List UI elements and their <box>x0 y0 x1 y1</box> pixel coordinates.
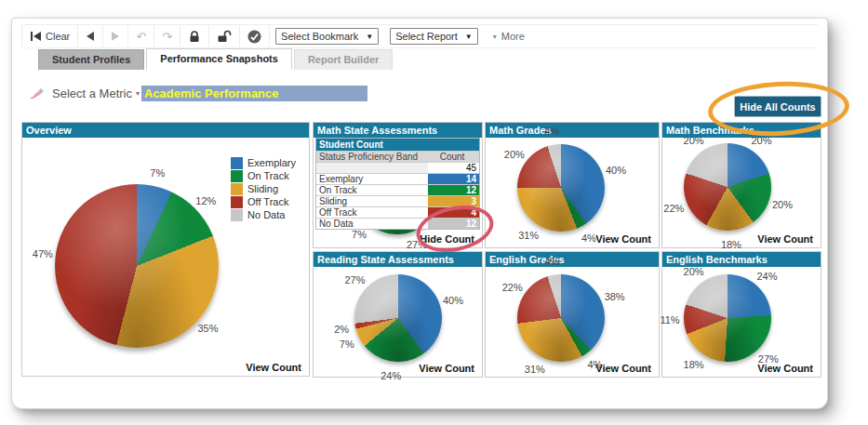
overview-pie-chart[interactable]: 7%12%35%47% <box>55 184 219 348</box>
math-grades-pie-chart[interactable]: 40%4%31%20%4% <box>517 144 605 232</box>
back-button[interactable] <box>78 26 103 46</box>
hide-count-link[interactable]: Hide Count <box>420 233 474 245</box>
legend-swatch <box>231 170 243 182</box>
english-benchmarks-pie-chart[interactable]: 24%27%18%11%20% <box>684 274 771 362</box>
page: Clear ↶ ↷ <box>0 0 868 425</box>
band-cell: Exemplary <box>316 174 428 184</box>
back-icon <box>86 32 95 41</box>
count-cell: 14 <box>428 174 479 184</box>
forward-icon <box>111 32 120 41</box>
pie-percent-label: 20% <box>751 135 771 146</box>
clear-label: Clear <box>46 31 70 42</box>
count-cell: Count <box>428 152 479 162</box>
undo-button[interactable]: ↶ <box>128 26 154 46</box>
table-row: Sliding3 <box>316 195 479 206</box>
skip-back-icon <box>30 32 42 41</box>
more-label: More <box>501 31 525 42</box>
view-count-link[interactable]: View Count <box>246 362 301 373</box>
panel-title: Math State Assessments <box>314 123 482 138</box>
redo-icon: ↷ <box>162 31 172 43</box>
pie-percent-label: 2% <box>334 324 349 335</box>
chevron-down-icon: ▾ <box>493 33 497 41</box>
panel-reading-state-assessments: Reading State Assessments 40%24%7%2%27% … <box>313 251 483 378</box>
pie-percent-label: 4% <box>544 126 559 137</box>
pie-percent-label: 7% <box>340 339 354 350</box>
bookmark-dropdown-label: Select Bookmark <box>281 31 358 42</box>
metric-label: Select a Metric <box>52 86 132 100</box>
panel-overview: Overview ExemplaryOn TrackSlidingOff Tra… <box>21 122 310 377</box>
hide-all-counts-button[interactable]: Hide All Counts <box>734 96 821 117</box>
lock-button[interactable] <box>180 26 209 46</box>
pie-percent-label: 4% <box>544 256 559 267</box>
legend-swatch <box>231 157 243 169</box>
table-row: On Track12 <box>316 184 479 195</box>
table-row: Exemplary14 <box>316 173 479 184</box>
pie-percent-label: 35% <box>197 323 218 334</box>
legend-label: Off Track <box>247 196 288 207</box>
pie-percent-label: 31% <box>518 230 539 241</box>
lock-icon <box>188 30 201 43</box>
pie-percent-label: 18% <box>684 359 704 370</box>
select-report-dropdown[interactable]: Select Report ▼ <box>390 28 478 45</box>
math-benchmarks-pie-chart[interactable]: 20%20%18%22%20% <box>684 143 771 231</box>
toolbar: Clear ↶ ↷ <box>21 24 818 48</box>
legend-swatch <box>231 183 243 195</box>
pie-percent-label: 24% <box>756 271 777 282</box>
student-count-title: Student Count <box>316 139 479 151</box>
legend-item: On Track <box>231 169 296 182</box>
pie-percent-label: 11% <box>660 314 679 325</box>
panel-title: English Grades <box>486 252 659 267</box>
clear-button[interactable]: Clear <box>21 26 78 46</box>
pie-legend: ExemplaryOn TrackSlidingOff TrackNo Data <box>231 156 296 221</box>
undo-icon: ↶ <box>136 31 146 43</box>
metric-value[interactable]: Academic Performance <box>141 86 367 101</box>
reading-state-pie-chart[interactable]: 40%24%7%2%27% <box>354 274 442 362</box>
legend-item: No Data <box>231 208 296 221</box>
apply-button[interactable] <box>240 26 270 46</box>
view-count-link[interactable]: View Count <box>757 363 813 374</box>
pie-percent-label: 31% <box>525 364 545 375</box>
view-count-link[interactable]: View Count <box>595 363 651 374</box>
english-grades-pie-chart[interactable]: 38%4%31%22%4% <box>517 274 605 362</box>
tab-report-builder[interactable]: Report Builder <box>294 49 393 70</box>
panel-title: Reading State Assessments <box>314 252 482 267</box>
redo-button[interactable]: ↷ <box>154 26 180 46</box>
legend-label: Sliding <box>247 183 278 194</box>
legend-swatch <box>231 196 243 208</box>
pie-percent-label: 22% <box>502 282 523 293</box>
table-header-row: Status Proficiency BandCount <box>316 151 479 162</box>
pie-percent-label: 40% <box>443 295 463 306</box>
table-row: Off Track4 <box>316 206 479 218</box>
pie-percent-label: 24% <box>381 370 401 381</box>
more-menu[interactable]: ▾ More <box>484 31 534 42</box>
check-circle-icon <box>247 30 261 44</box>
unlock-button[interactable] <box>209 26 240 46</box>
pie-percent-label: 20% <box>772 199 793 210</box>
legend-label: No Data <box>247 209 285 220</box>
tab-bar: Student Profiles Performance Snapshots R… <box>38 48 827 70</box>
panel-title: Overview <box>22 123 309 138</box>
chevron-down-icon[interactable]: ▾ <box>136 89 140 98</box>
metric-selector-row: Select a Metric ▾ Academic Performance <box>29 86 367 101</box>
legend-item: Sliding <box>231 182 296 195</box>
panel-math-benchmarks: Math Benchmarks 20%20%18%22%20% View Cou… <box>661 122 821 248</box>
select-bookmark-dropdown[interactable]: Select Bookmark ▼ <box>275 28 379 45</box>
student-count-table: Student Count Status Proficiency BandCou… <box>315 138 480 230</box>
view-count-link[interactable]: View Count <box>595 233 651 245</box>
count-cell: 12 <box>428 219 479 229</box>
pie-percent-label: 18% <box>721 239 741 250</box>
pie-percent-label: 12% <box>195 195 216 206</box>
panel-english-grades: English Grades 38%4%31%22%4% View Count <box>485 251 660 378</box>
pie-percent-label: 20% <box>504 149 525 160</box>
tab-performance-snapshots[interactable]: Performance Snapshots <box>146 48 292 70</box>
panel-english-benchmarks: English Benchmarks 24%27%18%11%20% View … <box>661 251 821 378</box>
pie-percent-label: 27% <box>344 274 365 286</box>
view-count-link[interactable]: View Count <box>419 363 474 374</box>
forward-button[interactable] <box>103 26 128 46</box>
panel-math-state-assessments: Math State Assessments 31%27%7%9%27% Stu… <box>313 122 483 248</box>
legend-item: Off Track <box>231 195 296 208</box>
dashboard-content: Select a Metric ▾ Academic Performance H… <box>12 70 827 410</box>
table-total-row: 45 <box>316 162 479 173</box>
view-count-link[interactable]: View Count <box>757 233 813 245</box>
tab-student-profiles[interactable]: Student Profiles <box>38 49 144 70</box>
